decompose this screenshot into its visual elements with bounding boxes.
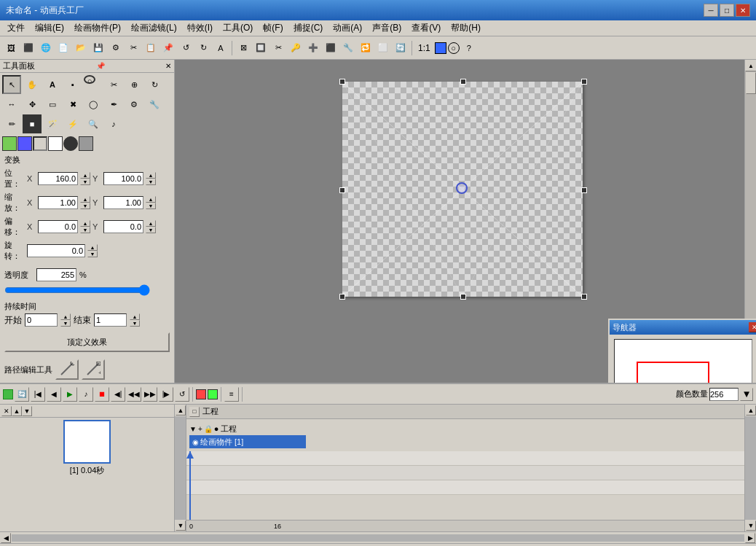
menu-edit[interactable]: 编辑(E): [31, 20, 68, 36]
tool-text[interactable]: A: [43, 75, 62, 94]
rotate-input[interactable]: [27, 244, 85, 257]
tool-ellipse[interactable]: ○: [84, 75, 95, 84]
tool-wrench[interactable]: 🔧: [145, 95, 164, 114]
end-up[interactable]: ▲: [130, 313, 140, 320]
toolbar-btn-b5[interactable]: ➕: [305, 40, 321, 56]
scale-x-down[interactable]: ▼: [80, 203, 90, 209]
minimize-button[interactable]: ─: [704, 4, 718, 17]
frames-scroll-up[interactable]: ▲: [12, 406, 22, 416]
menu-animation[interactable]: 动画(A): [328, 20, 366, 36]
navigator-close-btn[interactable]: ✕: [749, 322, 756, 332]
toolbar-circle-btn[interactable]: ○: [448, 42, 460, 54]
color-btn-green[interactable]: [3, 389, 13, 399]
toolbar-btn-b1[interactable]: ⊠: [235, 40, 251, 56]
pos-y-up[interactable]: ▲: [146, 172, 156, 179]
anim-sound-btn[interactable]: ♪: [79, 387, 93, 402]
timeline-vscroll-up[interactable]: ▲: [746, 405, 756, 416]
color-sample-gray[interactable]: [33, 136, 47, 151]
pos-x-up[interactable]: ▲: [80, 172, 90, 179]
toolbar-btn-b6[interactable]: ⬛: [323, 40, 339, 56]
color-sample-green[interactable]: [2, 136, 17, 151]
toolbar-btn-2[interactable]: ⬛: [20, 40, 36, 56]
vscroll-thumb[interactable]: [746, 72, 756, 94]
anim-last-btn[interactable]: |▶: [159, 387, 173, 402]
anim-loop-btn[interactable]: 🔄: [15, 387, 29, 402]
timeline-expand[interactable]: □: [189, 407, 200, 417]
toolbar-btn-copy[interactable]: 📋: [143, 40, 159, 56]
tool-arrow[interactable]: ↔: [2, 95, 21, 114]
tool-sound[interactable]: ♪: [104, 114, 123, 133]
define-effects-button[interactable]: 顶定义效果: [4, 332, 170, 352]
toolbar-btn-b7[interactable]: 🔧: [340, 40, 356, 56]
menu-file[interactable]: 文件: [3, 20, 29, 36]
close-button[interactable]: ✕: [736, 4, 750, 17]
path-tool-2[interactable]: +: [82, 359, 105, 380]
tool-rect[interactable]: ▪: [63, 75, 82, 94]
start-input[interactable]: [25, 313, 58, 327]
handle-bc[interactable]: [460, 294, 466, 300]
tool-circle[interactable]: ◯: [84, 95, 103, 114]
tool-fill[interactable]: ■: [23, 114, 42, 133]
anim-play-btn[interactable]: ▶: [63, 387, 77, 402]
toolbar-btn-b2[interactable]: 🔲: [253, 40, 269, 56]
menu-sound[interactable]: 声音(B): [368, 20, 406, 36]
menu-frame[interactable]: 帧(F): [259, 20, 287, 36]
tool-pencil[interactable]: ✏: [2, 114, 21, 133]
toolbar-btn-a[interactable]: A: [213, 40, 229, 56]
shear-y-down[interactable]: ▼: [146, 227, 156, 233]
toolbar-btn-undo[interactable]: ↺: [178, 40, 194, 56]
toolbar-btn-b4[interactable]: 🔑: [288, 40, 304, 56]
pos-y-down[interactable]: ▼: [146, 179, 156, 185]
anim-next-key[interactable]: ▶▶: [143, 387, 157, 402]
start-up[interactable]: ▲: [60, 313, 71, 320]
tree-item-layer[interactable]: ◉ 绘画物件 [1]: [189, 435, 306, 448]
handle-tc[interactable]: [460, 79, 466, 85]
menu-help[interactable]: 帮助(H): [446, 20, 485, 36]
menu-draw-object[interactable]: 绘画物件(P): [70, 20, 125, 36]
scale-y-down[interactable]: ▼: [146, 203, 156, 209]
timeline-vscroll-track[interactable]: [745, 416, 756, 520]
menu-effects[interactable]: 特效(I): [183, 20, 217, 36]
color-sample-blue[interactable]: [17, 136, 32, 151]
scale-x-up[interactable]: ▲: [80, 196, 90, 203]
tool-crop[interactable]: ✂: [104, 75, 123, 94]
frames-vscroll-track[interactable]: [175, 416, 186, 520]
color-count-input[interactable]: [709, 388, 739, 401]
transparency-input[interactable]: [36, 268, 76, 281]
canvas-area[interactable]: 导航器 ✕ 场景窗口缩放[%] 1:1 ⊟ ◀: [175, 60, 756, 383]
toolbar-btn-5[interactable]: ⚙: [108, 40, 124, 56]
frame-thumbnail-selected[interactable]: [63, 420, 111, 464]
toolbar-btn-save[interactable]: 💾: [90, 40, 106, 56]
frames-close[interactable]: ✕: [1, 406, 12, 416]
menu-view[interactable]: 查看(V): [407, 20, 445, 36]
anim-refresh[interactable]: ↺: [175, 387, 189, 402]
shear-y-up[interactable]: ▲: [146, 220, 156, 227]
toolbar-btn-new[interactable]: 📄: [55, 40, 71, 56]
toolbar-help-btn[interactable]: ?: [461, 40, 477, 56]
menu-tools[interactable]: 工具(O): [218, 20, 257, 36]
tool-lightning[interactable]: ⚡: [63, 114, 82, 133]
toolbar-btn-redo[interactable]: ↻: [195, 40, 211, 56]
palette-green[interactable]: [208, 389, 218, 399]
anim-prev-frame[interactable]: ◀: [47, 387, 61, 402]
toolbar-btn-1[interactable]: 🖼: [3, 40, 19, 56]
scale-x-input[interactable]: [38, 196, 78, 209]
pos-y-input[interactable]: [103, 172, 143, 185]
start-down[interactable]: ▼: [60, 320, 71, 327]
hscroll-right[interactable]: ▶: [745, 533, 755, 543]
shear-x-down[interactable]: ▼: [80, 227, 90, 233]
toolbar-color-rect[interactable]: [435, 42, 446, 54]
toolbar-btn-open[interactable]: 📂: [73, 40, 89, 56]
anim-stop-btn[interactable]: ⏹: [95, 387, 109, 402]
tool-zoom[interactable]: ⊕: [125, 75, 143, 94]
pos-x-down[interactable]: ▼: [80, 179, 90, 185]
end-input[interactable]: [94, 313, 127, 327]
shear-x-input[interactable]: [38, 220, 78, 233]
tool-cross[interactable]: ✖: [63, 95, 82, 114]
rotate-down[interactable]: ▼: [87, 251, 98, 257]
tool-move[interactable]: ✥: [23, 95, 42, 114]
pos-x-input[interactable]: [38, 172, 78, 185]
tool-search[interactable]: 🔍: [84, 114, 103, 133]
menu-capture[interactable]: 捕捉(C): [289, 20, 328, 36]
hscroll-track[interactable]: [12, 534, 744, 542]
